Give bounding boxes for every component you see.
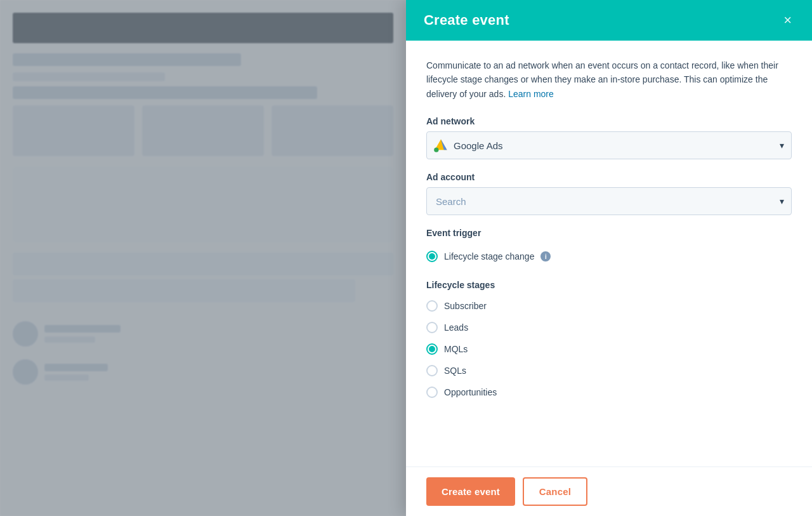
cancel-button[interactable]: Cancel	[523, 477, 587, 506]
event-trigger-lifecycle-label: Lifecycle stage change	[444, 251, 534, 261]
stage-leads[interactable]: Leads	[426, 317, 792, 338]
modal-title: Create event	[424, 12, 509, 29]
stage-opportunities-radio[interactable]	[426, 387, 438, 398]
ad-network-select-wrapper[interactable]: Google Ads ▾	[426, 131, 792, 159]
stage-sqls-radio[interactable]	[426, 365, 438, 376]
stage-subscriber-label: Subscriber	[444, 301, 487, 311]
create-event-button[interactable]: Create event	[426, 477, 515, 506]
svg-point-2	[434, 148, 438, 152]
learn-more-link[interactable]: Learn more	[508, 89, 554, 99]
ad-network-select[interactable]: Google Ads	[426, 131, 792, 159]
ad-account-select[interactable]: Search	[426, 187, 792, 215]
create-event-modal: Create event × Communicate to an ad netw…	[406, 0, 812, 516]
ad-account-placeholder: Search	[436, 196, 466, 207]
ad-network-group: Ad network Google Ads ▾	[426, 116, 792, 159]
ad-network-label: Ad network	[426, 116, 792, 126]
stage-sqls[interactable]: SQLs	[426, 360, 792, 381]
modal-body: Communicate to an ad network when an eve…	[406, 41, 812, 466]
stage-mqls[interactable]: MQLs	[426, 338, 792, 360]
lifecycle-stages-section: Lifecycle stages Subscriber Leads MQLs	[426, 280, 792, 403]
ad-network-selected-value: Google Ads	[454, 140, 503, 151]
stage-sqls-label: SQLs	[444, 366, 466, 376]
lifecycle-stages-list: Subscriber Leads MQLs SQLs	[426, 295, 792, 403]
ad-account-select-wrapper[interactable]: Search ▾	[426, 187, 792, 215]
close-button[interactable]: ×	[781, 11, 794, 30]
event-trigger-group: Event trigger Lifecycle stage change i	[426, 228, 792, 267]
event-trigger-label: Event trigger	[426, 228, 792, 238]
event-trigger-lifecycle-radio[interactable]	[426, 251, 438, 262]
stage-opportunities-label: Opportunities	[444, 387, 497, 397]
stage-subscriber-radio[interactable]	[426, 300, 438, 312]
event-trigger-radio-group: Lifecycle stage change i	[426, 246, 792, 267]
stage-leads-radio[interactable]	[426, 322, 438, 333]
google-ads-icon	[433, 138, 449, 153]
modal-footer: Create event Cancel	[406, 466, 812, 516]
stage-mqls-label: MQLs	[444, 344, 468, 354]
lifecycle-info-icon[interactable]: i	[540, 251, 551, 261]
event-trigger-lifecycle[interactable]: Lifecycle stage change i	[426, 246, 792, 267]
stage-subscriber[interactable]: Subscriber	[426, 295, 792, 317]
ad-account-group: Ad account Search ▾	[426, 172, 792, 215]
modal-description: Communicate to an ad network when an eve…	[426, 58, 792, 101]
ad-account-label: Ad account	[426, 172, 792, 182]
lifecycle-stages-label: Lifecycle stages	[426, 280, 792, 290]
stage-mqls-radio[interactable]	[426, 343, 438, 355]
stage-leads-label: Leads	[444, 322, 468, 333]
modal-header: Create event ×	[406, 0, 812, 41]
stage-opportunities[interactable]: Opportunities	[426, 381, 792, 403]
